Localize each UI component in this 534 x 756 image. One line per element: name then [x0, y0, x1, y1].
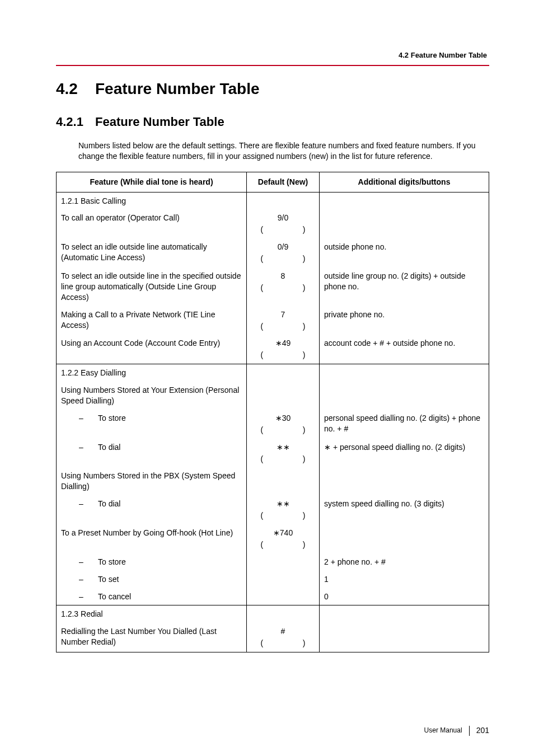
feature-cell: Making a Call to a Private Network (TIE … — [57, 306, 247, 335]
additional-cell — [320, 382, 489, 410]
default-value: ∗30 — [275, 413, 291, 424]
feature-cell: –To dial — [57, 495, 247, 524]
default-cell: ∗49() — [247, 335, 320, 364]
default-cell: 9/0() — [247, 209, 320, 238]
feature-text: To store — [98, 557, 242, 567]
feature-cell: –To cancel — [57, 588, 247, 605]
additional-cell: 2 + phone no. + # — [320, 553, 489, 571]
default-value: 7 — [281, 309, 285, 320]
additional-cell: 1 — [320, 571, 489, 588]
table-row: Redialling the Last Number You Dialled (… — [57, 623, 489, 652]
footer-label: User Manual — [424, 726, 462, 735]
list-dash: – — [79, 413, 98, 424]
table-row: Using an Account Code (Account Code Entr… — [57, 335, 489, 364]
feature-cell: Using an Account Code (Account Code Entr… — [57, 335, 247, 364]
list-dash: – — [79, 442, 98, 453]
new-value-parens: () — [261, 539, 306, 550]
footer-page-number: 201 — [476, 725, 489, 736]
list-dash: – — [79, 557, 98, 567]
default-value: ∗∗ — [277, 499, 290, 509]
additional-cell — [320, 524, 489, 553]
table-row: To select an idle outside line automatic… — [57, 238, 489, 267]
default-cell — [247, 605, 320, 623]
default-cell: ∗30() — [247, 410, 320, 439]
group-heading-cell: 1.2.2 Easy Dialling — [57, 364, 247, 382]
additional-cell: account code + # + outside phone no. — [320, 335, 489, 364]
feature-text: To cancel — [98, 591, 242, 602]
additional-cell — [320, 192, 489, 209]
table-row: –To store2 + phone no. + # — [57, 553, 489, 571]
feature-cell: –To dial — [57, 439, 247, 468]
default-cell — [247, 364, 320, 382]
section-title-text: Feature Number Table — [95, 80, 260, 97]
footer-separator — [469, 726, 470, 736]
table-body: 1.2.1 Basic CallingTo call an operator (… — [57, 192, 489, 652]
feature-cell: Redialling the Last Number You Dialled (… — [57, 623, 247, 652]
group-heading-row: 1.2.1 Basic Calling — [57, 192, 489, 209]
default-value: ∗49 — [275, 338, 291, 349]
list-dash: – — [79, 574, 98, 585]
default-cell — [247, 192, 320, 209]
group-heading-row: 1.2.3 Redial — [57, 605, 489, 623]
table-row: To select an idle outside line in the sp… — [57, 267, 489, 306]
default-value: ∗740 — [273, 528, 293, 538]
list-dash: – — [79, 591, 98, 602]
default-cell: 8() — [247, 267, 320, 306]
group-heading-cell: 1.2.1 Basic Calling — [57, 192, 247, 209]
default-cell — [247, 553, 320, 571]
feature-cell: –To set — [57, 571, 247, 588]
additional-cell: private phone no. — [320, 306, 489, 335]
new-value-parens: () — [261, 638, 306, 649]
default-cell: 7() — [247, 306, 320, 335]
additional-cell — [320, 467, 489, 495]
default-value: 9/0 — [278, 213, 288, 223]
table-row: –To cancel0 — [57, 588, 489, 605]
new-value-parens: () — [261, 283, 306, 293]
additional-cell: outside line group no. (2 digits) + outs… — [320, 267, 489, 306]
feature-cell: Using Numbers Stored in the PBX (System … — [57, 467, 247, 495]
new-value-parens: () — [261, 510, 306, 521]
default-value: # — [281, 626, 285, 637]
additional-cell — [320, 364, 489, 382]
subsection-title-text: Feature Number Table — [95, 115, 224, 129]
additional-cell: outside phone no. — [320, 238, 489, 267]
table-row: To call an operator (Operator Call)9/0() — [57, 209, 489, 238]
list-dash: – — [79, 499, 98, 509]
new-value-parens: () — [261, 253, 306, 264]
feature-cell: –To store — [57, 410, 247, 439]
group-heading-cell: 1.2.3 Redial — [57, 605, 247, 623]
feature-text: To dial — [98, 499, 242, 509]
feature-text: To dial — [98, 442, 242, 453]
additional-cell: 0 — [320, 588, 489, 605]
table-row: Making a Call to a Private Network (TIE … — [57, 306, 489, 335]
section-number: 4.2 — [56, 79, 95, 98]
default-cell: ∗∗() — [247, 439, 320, 468]
additional-cell: ∗ + personal speed dialling no. (2 digit… — [320, 439, 489, 468]
default-cell — [247, 588, 320, 605]
additional-cell: system speed dialling no. (3 digits) — [320, 495, 489, 524]
additional-cell — [320, 209, 489, 238]
page-footer: User Manual 201 — [424, 725, 489, 736]
default-cell: ∗∗() — [247, 495, 320, 524]
subsection-title: 4.2.1Feature Number Table — [56, 114, 489, 130]
running-header: 4.2 Feature Number Table — [56, 50, 487, 60]
default-value: 0/9 — [278, 242, 288, 252]
subsection-number: 4.2.1 — [56, 114, 95, 130]
new-value-parens: () — [261, 224, 306, 235]
new-value-parens: () — [261, 321, 306, 332]
feature-text: To set — [98, 574, 242, 585]
intro-paragraph: Numbers listed below are the default set… — [78, 140, 489, 162]
feature-cell: To select an idle outside line automatic… — [57, 238, 247, 267]
default-cell: ∗740() — [247, 524, 320, 553]
th-additional: Additional digits/buttons — [320, 172, 489, 192]
new-value-parens: () — [261, 425, 306, 435]
page: 4.2 Feature Number Table 4.2Feature Numb… — [0, 0, 534, 756]
default-value: 8 — [281, 271, 285, 281]
default-value: ∗∗ — [277, 442, 290, 453]
feature-cell: Using Numbers Stored at Your Extension (… — [57, 382, 247, 410]
th-feature: Feature (While dial tone is heard) — [57, 172, 247, 192]
feature-text: To store — [98, 413, 242, 424]
feature-cell: To select an idle outside line in the sp… — [57, 267, 247, 306]
feature-cell: To a Preset Number by Going Off-hook (Ho… — [57, 524, 247, 553]
table-header-row: Feature (While dial tone is heard) Defau… — [57, 172, 489, 192]
